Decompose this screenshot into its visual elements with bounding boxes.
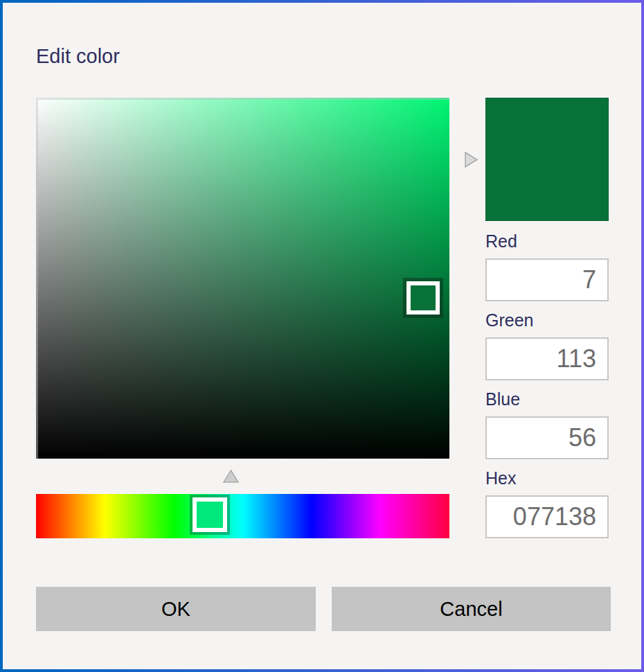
saturation-value-canvas[interactable] xyxy=(36,98,449,459)
red-label: Red xyxy=(485,231,609,252)
up-triangle-icon xyxy=(222,469,240,484)
blue-label: Blue xyxy=(485,389,609,410)
hue-selection-marker[interactable] xyxy=(193,497,227,532)
cancel-button[interactable]: Cancel xyxy=(332,587,611,631)
green-input[interactable] xyxy=(485,337,609,380)
sv-selection-marker[interactable] xyxy=(406,281,440,315)
green-label: Green xyxy=(485,310,609,331)
right-triangle-icon xyxy=(464,151,479,168)
red-input[interactable] xyxy=(485,258,609,301)
color-preview-swatch xyxy=(485,98,609,221)
ok-button[interactable]: OK xyxy=(36,587,316,631)
hex-label: Hex xyxy=(485,468,609,489)
hex-input[interactable] xyxy=(485,495,609,538)
edit-color-dialog: Edit color Red Green Blue Hex OK Cancel xyxy=(0,0,644,672)
dialog-title: Edit color xyxy=(36,45,120,68)
blue-input[interactable] xyxy=(485,416,609,459)
hue-slider[interactable] xyxy=(36,494,449,538)
